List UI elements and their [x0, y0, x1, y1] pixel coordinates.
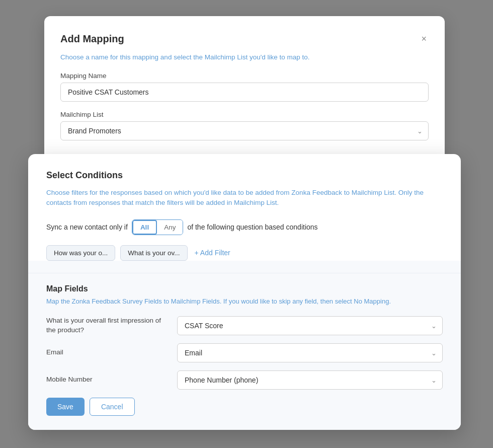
- map-row-3: Mobile Number Phone Number (phone) ⌄: [46, 370, 443, 390]
- map-row-1-select-wrapper: CSAT Score ⌄: [177, 316, 443, 335]
- all-any-toggle[interactable]: All Any: [132, 219, 184, 235]
- add-filter-button[interactable]: + Add Filter: [193, 249, 232, 257]
- select-conditions-modal: Select Conditions Choose filters for the…: [28, 154, 461, 430]
- close-button[interactable]: ×: [419, 32, 429, 45]
- add-mapping-subtitle: Choose a name for this mapping and selec…: [60, 53, 429, 61]
- map-row-1-label: What is your overall first impression of…: [46, 316, 167, 335]
- mailchimp-list-select-wrapper: Brand Promoters ⌄: [60, 121, 429, 140]
- sync-row: Sync a new contact only if All Any of th…: [46, 219, 443, 235]
- map-fields-title: Map Fields: [46, 284, 443, 293]
- map-row-3-select[interactable]: Phone Number (phone): [177, 370, 443, 390]
- toggle-any-button[interactable]: Any: [157, 220, 183, 235]
- mailchimp-list-label: Mailchimp List: [60, 111, 429, 118]
- mapping-name-input[interactable]: [60, 83, 429, 102]
- mailchimp-list-group: Mailchimp List Brand Promoters ⌄: [60, 111, 429, 140]
- add-mapping-title: Add Mapping: [60, 33, 124, 45]
- map-row-3-label: Mobile Number: [46, 375, 167, 385]
- sync-text-prefix: Sync a new contact only if: [46, 223, 128, 231]
- map-row-2: Email Email ⌄: [46, 343, 443, 362]
- conditions-description: Choose filters for the responses based o…: [46, 188, 443, 208]
- action-buttons: Save Cancel: [46, 398, 443, 416]
- cancel-button[interactable]: Cancel: [90, 398, 135, 416]
- sync-text-suffix: of the following question based conditio…: [187, 223, 317, 231]
- map-row-1-select[interactable]: CSAT Score: [177, 316, 443, 335]
- mapping-name-label: Mapping Name: [60, 72, 429, 80]
- filter-chip-1[interactable]: How was your o...: [46, 245, 115, 261]
- save-button[interactable]: Save: [46, 398, 85, 416]
- section-divider: [28, 273, 461, 273]
- map-fields-section: Map Fields Map the Zonka Feedback Survey…: [28, 261, 461, 430]
- filter-chip-2[interactable]: What is your ov...: [120, 245, 187, 261]
- modal-header: Add Mapping ×: [60, 32, 429, 45]
- conditions-title: Select Conditions: [46, 170, 443, 181]
- map-row-3-select-wrapper: Phone Number (phone) ⌄: [177, 370, 443, 390]
- map-row-1: What is your overall first impression of…: [46, 316, 443, 335]
- map-row-2-label: Email: [46, 348, 167, 357]
- add-mapping-modal: Add Mapping × Choose a name for this map…: [44, 16, 445, 166]
- map-fields-description: Map the Zonka Feedback Survey Fields to …: [46, 297, 443, 305]
- map-row-2-select-wrapper: Email ⌄: [177, 343, 443, 362]
- filter-chips-row: How was your o... What is your ov... + A…: [46, 245, 443, 261]
- mailchimp-list-select[interactable]: Brand Promoters: [60, 121, 429, 140]
- mapping-name-group: Mapping Name: [60, 72, 429, 102]
- toggle-all-button[interactable]: All: [132, 220, 157, 235]
- map-row-2-select[interactable]: Email: [177, 343, 443, 362]
